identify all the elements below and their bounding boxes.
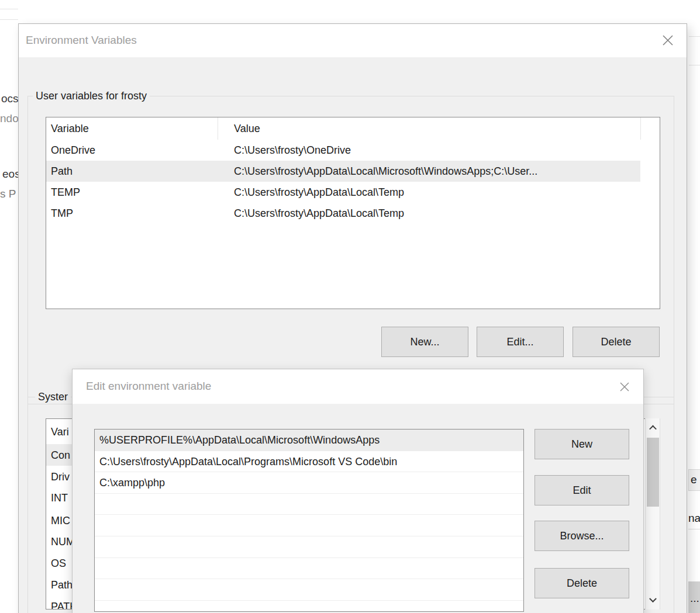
scrollbar-thumb[interactable]	[647, 438, 659, 507]
scrollbar[interactable]	[645, 418, 660, 609]
path-entries-list[interactable]: %USERPROFILE%\AppData\Local\Microsoft\Wi…	[94, 429, 524, 612]
chevron-down-icon	[649, 595, 657, 602]
table-row[interactable]: TMP C:\Users\frosty\AppData\Local\Temp	[46, 203, 660, 224]
path-entry: C:\xampp\php	[99, 472, 165, 493]
user-edit-button[interactable]: Edit...	[477, 327, 564, 357]
column-separator[interactable]	[218, 117, 218, 140]
list-item[interactable]: C:\xampp\php	[95, 472, 523, 493]
variable-value: C:\Users\frosty\AppData\Local\Microsoft\…	[234, 161, 537, 182]
background-divider	[0, 19, 18, 20]
title-bar: Environment Variables	[19, 24, 687, 57]
background-text-fragment: ndo	[0, 112, 19, 125]
background-divider	[689, 36, 700, 37]
table-row-selected[interactable]: Path C:\Users\frosty\AppData\Local\Micro…	[46, 161, 660, 182]
list-item[interactable]: C:\Users\frosty\AppData\Local\Programs\M…	[95, 451, 523, 472]
scroll-down-button[interactable]	[646, 591, 660, 609]
close-icon	[661, 33, 675, 47]
variable-name[interactable]: MIC	[51, 514, 70, 528]
variable-name: OneDrive	[51, 140, 95, 161]
title-bar: Edit environment variable	[73, 369, 643, 404]
column-header-variable[interactable]: Variable	[51, 117, 89, 140]
edit-edit-button[interactable]: Edit	[535, 475, 629, 505]
variable-name: TEMP	[51, 182, 80, 203]
variable-name: Path	[51, 161, 73, 182]
column-header-variable[interactable]: Vari	[51, 425, 69, 439]
variable-name[interactable]: OS	[51, 556, 66, 570]
column-separator[interactable]	[640, 117, 641, 140]
close-icon	[618, 380, 631, 393]
user-delete-button[interactable]: Delete	[573, 327, 660, 357]
variable-value: C:\Users\frosty\AppData\Local\Temp	[234, 182, 404, 203]
path-entry: C:\Users\frosty\AppData\Local\Programs\M…	[99, 451, 397, 472]
background-divider	[689, 65, 700, 65]
variable-name[interactable]: Path	[51, 578, 73, 592]
variable-value: C:\Users\frosty\AppData\Local\Temp	[234, 203, 404, 224]
close-button[interactable]	[659, 32, 677, 49]
background-text-fragment: nar	[688, 512, 700, 525]
user-variables-group-label: User variables for frosty	[33, 89, 150, 102]
background-divider	[688, 529, 700, 529]
variable-name[interactable]: Con	[51, 448, 70, 462]
table-row[interactable]: OneDrive C:\Users\frosty\OneDrive	[46, 140, 660, 161]
background-text-fragment: e	[691, 473, 697, 486]
chevron-up-icon	[649, 425, 657, 432]
table-row[interactable]: TEMP C:\Users\frosty\AppData\Local\Temp	[46, 182, 660, 203]
system-variables-group-label: Syster	[35, 390, 71, 403]
path-entry: %USERPROFILE%\AppData\Local\Microsoft\Wi…	[99, 430, 380, 451]
screen: ocs ndo eos s P e nar ... Environment Va…	[0, 0, 700, 613]
user-variables-table: Variable Value OneDrive C:\Users\frosty\…	[46, 117, 660, 309]
column-header-value[interactable]: Value	[234, 117, 260, 140]
variable-value: C:\Users\frosty\OneDrive	[234, 140, 351, 161]
variable-name[interactable]: Driv	[51, 470, 70, 484]
dialog-title: Edit environment variable	[86, 380, 211, 393]
scroll-up-button[interactable]	[646, 418, 660, 437]
user-new-button[interactable]: New...	[381, 327, 468, 357]
edit-browse-button[interactable]: Browse...	[535, 521, 629, 551]
edit-new-button[interactable]: New	[535, 429, 629, 459]
background-button-fragment: ...	[688, 581, 700, 613]
variable-name[interactable]: NUM	[51, 535, 75, 549]
background-divider	[0, 9, 18, 9]
background-text-fragment: ...	[690, 592, 699, 605]
close-button[interactable]	[616, 379, 633, 395]
edit-delete-button[interactable]: Delete	[535, 568, 629, 598]
variable-name[interactable]: INT	[51, 491, 68, 505]
variable-name: TMP	[51, 203, 73, 224]
background-text-fragment: ocs	[1, 92, 19, 105]
background-button-fragment: e	[688, 469, 700, 491]
background-text-fragment: s P	[0, 188, 16, 200]
list-item-selected[interactable]: %USERPROFILE%\AppData\Local\Microsoft\Wi…	[95, 430, 523, 451]
dialog-title: Environment Variables	[26, 34, 137, 47]
edit-environment-variable-dialog: Edit environment variable %USERPROFILE%\…	[72, 369, 644, 613]
